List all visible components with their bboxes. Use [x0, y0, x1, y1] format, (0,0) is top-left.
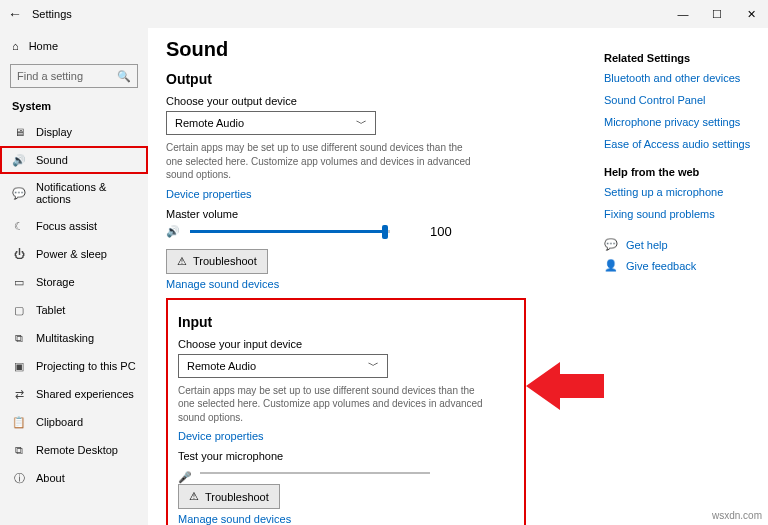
sidebar: ⌂ Home Find a setting 🔍 System 🖥Display … [0, 28, 148, 525]
project-icon: ▣ [12, 359, 26, 373]
volume-slider[interactable] [190, 230, 390, 233]
display-icon: 🖥 [12, 125, 26, 139]
output-heading: Output [166, 71, 586, 87]
help-link-mic-setup[interactable]: Setting up a microphone [604, 186, 758, 198]
sidebar-item-sound[interactable]: 🔊Sound [0, 146, 148, 174]
input-device-label: Choose your input device [178, 338, 514, 350]
output-troubleshoot-button[interactable]: ⚠ Troubleshoot [166, 249, 268, 274]
sidebar-item-clipboard[interactable]: 📋Clipboard [0, 408, 148, 436]
search-input[interactable]: Find a setting 🔍 [10, 64, 138, 88]
feedback-icon: 👤 [604, 259, 618, 272]
close-button[interactable]: ✕ [734, 0, 768, 28]
sidebar-item-about[interactable]: ⓘAbout [0, 464, 148, 492]
focus-icon: ☾ [12, 219, 26, 233]
sidebar-item-display[interactable]: 🖥Display [0, 118, 148, 146]
window-title: Settings [32, 8, 72, 20]
minimize-button[interactable]: — [666, 0, 700, 28]
output-device-label: Choose your output device [166, 95, 586, 107]
search-placeholder: Find a setting [17, 70, 83, 82]
output-manage-link[interactable]: Manage sound devices [166, 278, 586, 290]
input-device-value: Remote Audio [187, 360, 256, 372]
help-link-sound-problems[interactable]: Fixing sound problems [604, 208, 758, 220]
home-icon: ⌂ [12, 40, 19, 52]
notifications-icon: 💬 [12, 186, 26, 200]
sidebar-item-tablet[interactable]: ▢Tablet [0, 296, 148, 324]
sidebar-item-projecting[interactable]: ▣Projecting to this PC [0, 352, 148, 380]
give-feedback-link[interactable]: 👤 Give feedback [604, 259, 758, 272]
sidebar-item-multitasking[interactable]: ⧉Multitasking [0, 324, 148, 352]
remote-icon: ⧉ [12, 443, 26, 457]
chevron-down-icon: ﹀ [368, 358, 379, 373]
storage-icon: ▭ [12, 275, 26, 289]
input-device-select[interactable]: Remote Audio ﹀ [178, 354, 388, 378]
sidebar-item-storage[interactable]: ▭Storage [0, 268, 148, 296]
output-hint: Certain apps may be set up to use differ… [166, 141, 476, 182]
master-volume-label: Master volume [166, 208, 586, 220]
related-link-ease-access[interactable]: Ease of Access audio settings [604, 138, 758, 150]
page-title: Sound [166, 38, 586, 61]
main-content: Sound Output Choose your output device R… [148, 28, 604, 525]
input-device-properties-link[interactable]: Device properties [178, 430, 514, 442]
warning-icon: ⚠ [189, 490, 199, 503]
sidebar-item-focus-assist[interactable]: ☾Focus assist [0, 212, 148, 240]
clipboard-icon: 📋 [12, 415, 26, 429]
svg-marker-0 [526, 362, 604, 410]
input-heading: Input [178, 314, 514, 330]
test-mic-label: Test your microphone [178, 450, 514, 462]
related-link-bluetooth[interactable]: Bluetooth and other devices [604, 72, 758, 84]
nav-group-header: System [0, 94, 148, 118]
sidebar-item-remote-desktop[interactable]: ⧉Remote Desktop [0, 436, 148, 464]
output-device-value: Remote Audio [175, 117, 244, 129]
back-icon[interactable]: ← [6, 6, 24, 22]
multitask-icon: ⧉ [12, 331, 26, 345]
chevron-down-icon: ﹀ [356, 116, 367, 131]
get-help-link[interactable]: 💬 Get help [604, 238, 758, 251]
microphone-icon: 🎤 [178, 471, 192, 484]
output-device-select[interactable]: Remote Audio ﹀ [166, 111, 376, 135]
sound-icon: 🔊 [12, 153, 26, 167]
power-icon: ⏻ [12, 247, 26, 261]
sidebar-item-power[interactable]: ⏻Power & sleep [0, 240, 148, 268]
watermark: wsxdn.com [712, 510, 762, 521]
mic-level-bar [200, 472, 430, 474]
search-icon: 🔍 [117, 70, 131, 83]
shared-icon: ⇄ [12, 387, 26, 401]
related-link-mic-privacy[interactable]: Microphone privacy settings [604, 116, 758, 128]
titlebar: ← Settings — ☐ ✕ [0, 0, 768, 28]
home-label: Home [29, 40, 58, 52]
sidebar-item-notifications[interactable]: 💬Notifications & actions [0, 174, 148, 212]
home-nav[interactable]: ⌂ Home [0, 34, 148, 58]
output-device-properties-link[interactable]: Device properties [166, 188, 586, 200]
sidebar-item-shared[interactable]: ⇄Shared experiences [0, 380, 148, 408]
about-icon: ⓘ [12, 471, 26, 485]
input-section: Input Choose your input device Remote Au… [166, 298, 526, 526]
annotation-arrow [526, 358, 604, 414]
help-heading: Help from the web [604, 166, 758, 178]
input-troubleshoot-button[interactable]: ⚠ Troubleshoot [178, 484, 280, 509]
related-link-sound-control[interactable]: Sound Control Panel [604, 94, 758, 106]
warning-icon: ⚠ [177, 255, 187, 268]
input-manage-link[interactable]: Manage sound devices [178, 513, 514, 525]
input-hint: Certain apps may be set up to use differ… [178, 384, 488, 425]
speaker-icon: 🔊 [166, 225, 180, 238]
maximize-button[interactable]: ☐ [700, 0, 734, 28]
volume-value: 100 [430, 224, 452, 239]
right-panel: Related Settings Bluetooth and other dev… [604, 28, 768, 525]
help-icon: 💬 [604, 238, 618, 251]
related-heading: Related Settings [604, 52, 758, 64]
tablet-icon: ▢ [12, 303, 26, 317]
